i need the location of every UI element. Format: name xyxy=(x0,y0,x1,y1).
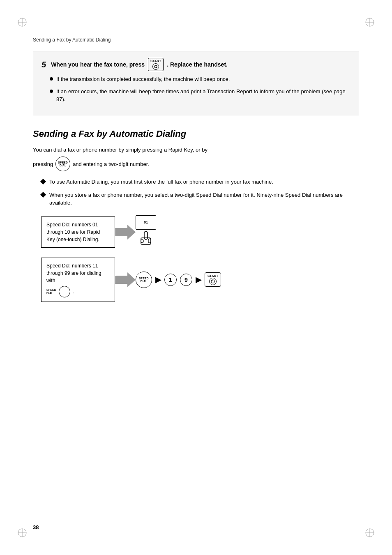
reg-mark-br xyxy=(364,527,376,539)
desc-box-1: Speed Dial numbers 01 through 10 are for… xyxy=(41,216,115,248)
speed-dial-sequence: SPEEDDIAL ▶ 1 9 ▶ START xyxy=(136,272,221,288)
reg-mark-tl xyxy=(16,16,28,28)
bullet-item-2: If an error occurs, the machine will bee… xyxy=(50,88,350,104)
svg-marker-14 xyxy=(115,225,136,240)
diamond-item-2: When you store a fax or phone number, yo… xyxy=(41,191,359,207)
diamond-item-1: To use Automatic Dialing, you must first… xyxy=(41,178,359,186)
number-btn-1[interactable]: 1 xyxy=(164,274,177,286)
pressing-end-text: and entering a two-digit number. xyxy=(73,161,149,167)
bullet-dot-2 xyxy=(50,90,53,93)
step-instruction-after: . Replace the handset. xyxy=(167,61,228,68)
start-btn-label: START xyxy=(208,274,218,278)
section-heading: Sending a Fax by Automatic Dialing xyxy=(33,129,359,139)
speed-dial-btn-label: SPEEDDIAL xyxy=(139,277,149,283)
bullet-item-1: If the transmission is completed success… xyxy=(50,75,350,83)
arrow-symbol-1: ▶ xyxy=(155,275,161,284)
svg-rect-18 xyxy=(148,239,151,243)
arrow-symbol-2: ▶ xyxy=(196,275,201,284)
svg-rect-17 xyxy=(141,240,143,243)
speed-dial-btn[interactable]: SPEEDDIAL xyxy=(136,272,152,288)
bullet-list: If the transmission is completed success… xyxy=(50,75,350,104)
rapid-key-icon: 01 xyxy=(136,215,156,249)
small-circle-desc xyxy=(59,286,70,297)
desc-box-2-end: . xyxy=(73,288,74,295)
diamond-text-2: When you store a fax or phone number, yo… xyxy=(49,191,359,207)
step-number: 5 xyxy=(42,60,46,69)
diagram-area: Speed Dial numbers 01 through 10 are for… xyxy=(41,215,359,302)
reg-mark-bl xyxy=(16,527,28,539)
page-number: 38 xyxy=(33,524,39,530)
svg-rect-15 xyxy=(144,231,148,240)
desc-box-2: Speed Dial numbers 11 through 99 are for… xyxy=(41,258,115,302)
diagram-row-2: Speed Dial numbers 11 through 99 are for… xyxy=(41,258,359,302)
number-btn-2[interactable]: 9 xyxy=(180,274,192,286)
bullet-text-1: If the transmission is completed success… xyxy=(56,75,230,83)
arrow-1 xyxy=(115,222,136,242)
bullet-text-2: If an error occurs, the machine will bee… xyxy=(56,88,350,104)
breadcrumb: Sending a Fax by Automatic Dialing xyxy=(33,37,359,43)
diamond-list: To use Automatic Dialing, you must first… xyxy=(41,178,359,207)
reg-mark-tr xyxy=(364,16,376,28)
bullet-dot-1 xyxy=(50,77,53,81)
diagram-row-1: Speed Dial numbers 01 through 10 are for… xyxy=(41,215,359,249)
pressing-row: pressing SPEEDDIAL and entering a two-di… xyxy=(33,157,359,171)
intro-text-1: You can dial a fax or phone number by si… xyxy=(33,146,359,154)
diamond-text-1: To use Automatic Dialing, you must first… xyxy=(49,178,273,186)
start-button-inline[interactable]: START xyxy=(148,58,164,71)
step-row: 5 When you hear the fax tone, press STAR… xyxy=(42,58,350,71)
start-circle-inline xyxy=(152,63,159,70)
start-btn-sequence[interactable]: START xyxy=(205,272,221,287)
desc-box-2-row: SPEEDDIAL . xyxy=(46,286,110,297)
desc-box-2-text: Speed Dial numbers 11 through 99 are for… xyxy=(46,263,101,283)
diamond-icon-2 xyxy=(40,192,46,198)
key-box: 01 xyxy=(136,215,156,230)
key-label: 01 xyxy=(144,220,148,224)
diamond-icon-1 xyxy=(40,179,46,184)
speed-dial-circle[interactable]: SPEEDDIAL xyxy=(55,157,70,171)
arrow-2 xyxy=(115,269,136,290)
step-instruction-before: When you hear the fax tone, press xyxy=(51,61,145,68)
pressing-label: pressing xyxy=(33,161,53,167)
speed-dial-label-small: SPEEDDIAL xyxy=(46,288,56,295)
hand-svg-1 xyxy=(136,230,156,249)
speed-dial-text: SPEEDDIAL xyxy=(58,161,68,167)
svg-marker-19 xyxy=(115,272,136,287)
page: Sending a Fax by Automatic Dialing 5 Whe… xyxy=(0,0,392,555)
start-btn-circle xyxy=(209,278,217,285)
step-box: 5 When you hear the fax tone, press STAR… xyxy=(33,51,359,116)
start-label-inline: START xyxy=(150,59,161,63)
